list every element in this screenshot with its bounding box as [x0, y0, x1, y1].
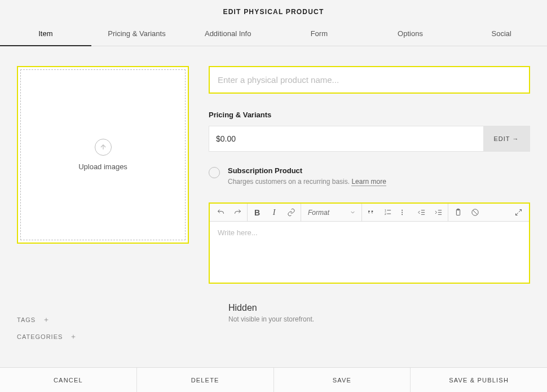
- subscription-toggle[interactable]: [209, 167, 220, 178]
- tab-form[interactable]: Form: [274, 21, 365, 46]
- tab-bar: Item Pricing & Variants Additional Info …: [0, 21, 547, 46]
- link-button[interactable]: [283, 204, 299, 221]
- chevron-down-icon: [350, 209, 356, 215]
- tab-pricing-variants[interactable]: Pricing & Variants: [91, 21, 183, 46]
- format-dropdown[interactable]: Format: [302, 204, 362, 221]
- add-tag-button[interactable]: [43, 315, 49, 325]
- cancel-button[interactable]: CANCEL: [0, 368, 137, 392]
- svg-text:2: 2: [384, 212, 386, 215]
- learn-more-link[interactable]: Learn more: [351, 178, 386, 186]
- italic-button[interactable]: I: [266, 204, 283, 221]
- format-label: Format: [308, 209, 329, 217]
- expand-editor-button[interactable]: [510, 204, 527, 221]
- numbered-list-button[interactable]: 12: [379, 204, 396, 221]
- bold-button[interactable]: B: [249, 204, 266, 221]
- subscription-desc: Charges customers on a recurring basis. …: [228, 178, 386, 186]
- bullet-list-button[interactable]: [396, 204, 413, 221]
- pricing-section-title: Pricing & Variants: [209, 111, 530, 119]
- edit-label: EDIT: [493, 135, 510, 142]
- description-textarea[interactable]: Write here...: [210, 222, 529, 283]
- product-name-input[interactable]: [209, 66, 530, 94]
- svg-point-6: [402, 214, 403, 215]
- outdent-button[interactable]: [413, 204, 430, 221]
- redo-button[interactable]: [229, 204, 246, 221]
- visibility-status: Hidden: [228, 303, 530, 313]
- page-title: EDIT PHYSICAL PRODUCT: [0, 0, 547, 21]
- tab-additional-info[interactable]: Additional Info: [182, 21, 274, 46]
- subscription-title: Subscription Product: [228, 166, 386, 175]
- description-editor: B I Format 12: [209, 202, 530, 284]
- arrow-right-icon: →: [513, 135, 519, 142]
- delete-button[interactable]: DELETE: [137, 368, 274, 392]
- visibility-section[interactable]: Hidden Not visible in your storefront.: [228, 303, 530, 323]
- visibility-desc: Not visible in your storefront.: [228, 315, 530, 323]
- clear-format-button[interactable]: [466, 204, 483, 221]
- tab-options[interactable]: Options: [365, 21, 456, 46]
- clipboard-button[interactable]: [449, 204, 466, 221]
- upload-label: Upload images: [78, 162, 127, 171]
- image-upload-box[interactable]: Upload images: [17, 66, 189, 244]
- svg-line-16: [473, 210, 477, 215]
- edit-pricing-button[interactable]: EDIT →: [483, 126, 530, 151]
- indent-button[interactable]: [430, 204, 447, 221]
- add-category-button[interactable]: [70, 332, 76, 342]
- svg-text:1: 1: [384, 209, 386, 212]
- save-publish-button[interactable]: SAVE & PUBLISH: [411, 368, 547, 392]
- tags-label: TAGS: [17, 316, 36, 323]
- upload-arrow-icon: [95, 139, 112, 156]
- price-display: $0.00: [209, 126, 483, 151]
- quote-button[interactable]: [362, 204, 379, 221]
- tab-social[interactable]: Social: [456, 21, 547, 46]
- undo-button[interactable]: [212, 204, 229, 221]
- tab-item[interactable]: Item: [0, 21, 91, 46]
- footer-actions: CANCEL DELETE SAVE SAVE & PUBLISH: [0, 367, 547, 392]
- svg-point-5: [402, 212, 403, 213]
- svg-point-4: [402, 210, 403, 211]
- save-button[interactable]: SAVE: [274, 368, 411, 392]
- editor-toolbar: B I Format 12: [210, 204, 529, 222]
- categories-label: CATEGORIES: [17, 333, 63, 340]
